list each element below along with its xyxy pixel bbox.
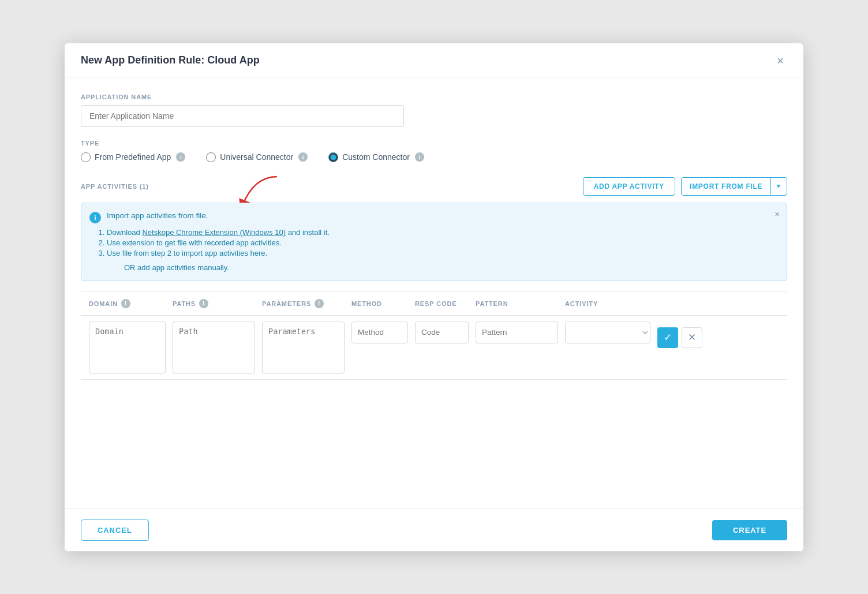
col-header-parameters: PARAMETERS i	[259, 292, 348, 315]
predefined-info-icon[interactable]: i	[176, 152, 185, 162]
activities-header: APP ACTIVITIES (1) ADD APP ACTIVITY IMPO…	[81, 177, 787, 196]
info-step-2: Use extension to get file with recorded …	[107, 238, 776, 247]
parameters-col-info-icon[interactable]: i	[315, 299, 324, 308]
path-input[interactable]	[173, 322, 255, 373]
info-banner: × i Import app activities from file. Dow…	[81, 203, 787, 281]
info-banner-intro: Import app activities from file.	[107, 211, 208, 220]
cancel-button[interactable]: CANCEL	[81, 520, 149, 541]
radio-custom[interactable]: Custom Connector i	[328, 152, 424, 162]
paths-col-info-icon[interactable]: i	[199, 299, 208, 308]
info-banner-row: i Import app activities from file.	[89, 211, 776, 223]
cell-pattern	[472, 316, 562, 379]
pattern-input[interactable]	[476, 322, 558, 343]
add-app-activity-button[interactable]: ADD APP ACTIVITY	[583, 177, 675, 196]
type-label: TYPE	[81, 140, 787, 147]
table-section: DOMAIN i PATHS i PARAMETERS i METHOD	[81, 292, 787, 380]
radio-universal[interactable]: Universal Connector i	[206, 152, 308, 162]
modal-header: New App Definition Rule: Cloud App ×	[65, 43, 803, 77]
step1-text: Download	[107, 228, 142, 237]
activities-title: APP ACTIVITIES (1)	[81, 183, 149, 190]
radio-universal-label: Universal Connector	[220, 152, 293, 162]
cell-domain	[85, 316, 169, 379]
or-add-manually-link[interactable]: OR add app activities manually.	[107, 263, 229, 272]
info-step-3: Use file from step 2 to import app activ…	[107, 249, 776, 257]
modal-body: APPLICATION NAME TYPE From Predefined Ap…	[65, 77, 803, 498]
cell-parameters	[259, 316, 348, 379]
info-banner-steps: Download Netskope Chrome Extension (Wind…	[89, 228, 776, 257]
activities-section: APP ACTIVITIES (1) ADD APP ACTIVITY IMPO…	[81, 177, 787, 380]
domain-col-info-icon[interactable]: i	[121, 299, 130, 308]
cell-paths	[169, 316, 259, 379]
modal-close-button[interactable]: ×	[773, 54, 787, 68]
type-radio-group: From Predefined App i Universal Connecto…	[81, 152, 787, 162]
import-from-file-label: IMPORT FROM FILE	[682, 178, 770, 195]
modal-container: New App Definition Rule: Cloud App × APP…	[65, 43, 803, 551]
app-name-section: APPLICATION NAME	[81, 94, 787, 127]
radio-predefined-label: From Predefined App	[95, 152, 171, 162]
info-step-1: Download Netskope Chrome Extension (Wind…	[107, 228, 776, 237]
activities-actions: ADD APP ACTIVITY IMPORT FROM FILE ▾	[583, 177, 787, 196]
cancel-row-button[interactable]: ✕	[682, 327, 702, 348]
radio-predefined-input[interactable]	[81, 152, 91, 162]
parameters-input[interactable]	[262, 322, 345, 373]
col-header-respcode: RESP CODE	[411, 293, 472, 314]
radio-custom-label: Custom Connector	[342, 152, 410, 162]
custom-info-icon[interactable]: i	[415, 152, 424, 162]
modal-footer: CANCEL CREATE	[65, 509, 803, 551]
table-row: ✓ ✕	[81, 316, 787, 380]
table-header-row: DOMAIN i PATHS i PARAMETERS i METHOD	[81, 292, 787, 316]
step1-after: and install it.	[288, 228, 330, 237]
import-from-file-button[interactable]: IMPORT FROM FILE ▾	[681, 177, 787, 196]
radio-universal-input[interactable]	[206, 152, 216, 162]
info-banner-close-button[interactable]: ×	[775, 209, 780, 219]
col-header-pattern: PATTERN	[472, 293, 562, 314]
col-header-actions	[654, 297, 700, 311]
cell-respcode	[411, 316, 472, 379]
activity-select[interactable]	[565, 322, 650, 343]
app-name-label: APPLICATION NAME	[81, 94, 787, 100]
cell-activity	[562, 316, 654, 379]
import-dropdown-arrow[interactable]: ▾	[770, 178, 787, 195]
col-header-method: METHOD	[348, 293, 411, 314]
code-input[interactable]	[415, 322, 469, 343]
app-name-input[interactable]	[81, 105, 404, 127]
radio-predefined[interactable]: From Predefined App i	[81, 152, 185, 162]
universal-info-icon[interactable]: i	[298, 152, 308, 162]
info-banner-wrap: × i Import app activities from file. Dow…	[81, 203, 787, 281]
cell-method	[348, 316, 411, 379]
method-input[interactable]	[351, 322, 408, 343]
col-header-domain: DOMAIN i	[85, 292, 169, 315]
cell-actions: ✓ ✕	[654, 316, 700, 379]
col-header-paths: PATHS i	[169, 292, 259, 315]
create-button[interactable]: CREATE	[712, 520, 787, 540]
modal-title: New App Definition Rule: Cloud App	[81, 54, 260, 66]
radio-custom-input[interactable]	[328, 152, 338, 162]
netskope-extension-link[interactable]: Netskope Chrome Extension (Windows 10)	[142, 228, 286, 237]
col-header-activity: ACTIVITY	[562, 293, 654, 314]
domain-input[interactable]	[89, 322, 166, 373]
row-action-buttons: ✓ ✕	[657, 322, 702, 348]
confirm-row-button[interactable]: ✓	[657, 327, 678, 348]
info-banner-icon: i	[89, 212, 101, 223]
type-section: TYPE From Predefined App i Universal Con…	[81, 140, 787, 162]
